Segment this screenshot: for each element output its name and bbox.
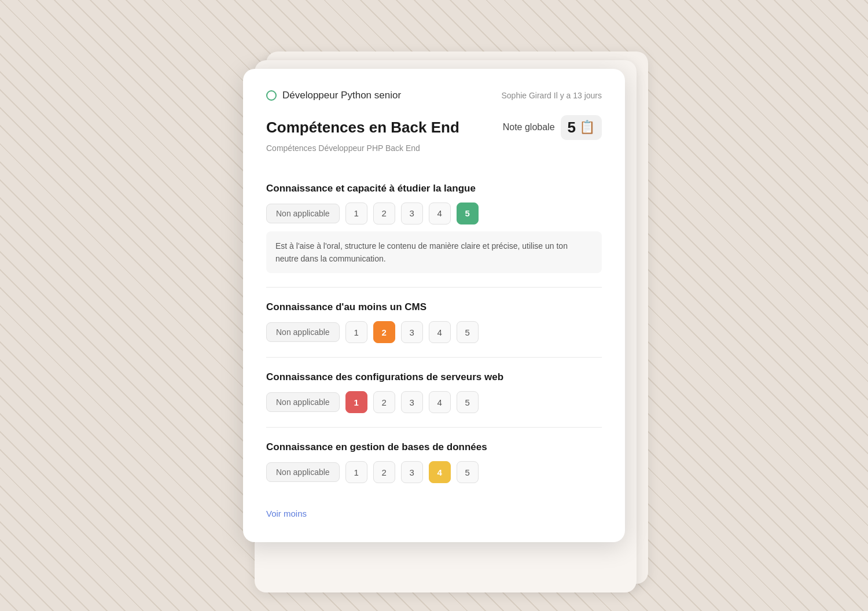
job-title-row: Développeur Python senior: [266, 90, 401, 101]
note-value-box: 5 📋: [561, 115, 602, 140]
rating-btn-2-3[interactable]: 3: [401, 321, 423, 343]
note-globale-label: Note globale: [503, 122, 555, 132]
rating-btn-1-1[interactable]: 1: [345, 203, 367, 224]
competency-name-2: Connaissance d'au moins un CMS: [266, 301, 602, 313]
na-button-2[interactable]: Non applicable: [266, 322, 340, 342]
rating-btn-2-2[interactable]: 2: [373, 321, 395, 343]
rating-btn-4-2[interactable]: 2: [373, 461, 395, 483]
competency-name-1: Connaissance et capacité à étudier la la…: [266, 183, 602, 194]
voir-moins-button[interactable]: Voir moins: [266, 509, 307, 518]
note-number: 5: [568, 119, 576, 137]
competency-block-4: Connaissance en gestion de bases de donn…: [266, 428, 602, 497]
rating-btn-3-2[interactable]: 2: [373, 391, 395, 413]
note-globale: Note globale 5 📋: [503, 115, 602, 140]
rating-btn-4-4[interactable]: 4: [429, 461, 451, 483]
rating-row-3: Non applicable 1 2 3 4 5: [266, 391, 602, 413]
section-subtitle: Compétences Développeur PHP Back End: [266, 143, 602, 153]
rating-row-2: Non applicable 1 2 3 4 5: [266, 321, 602, 343]
main-card: Développeur Python senior Sophie Girard …: [243, 69, 625, 543]
competency-block-3: Connaissance des configurations de serve…: [266, 358, 602, 428]
rating-btn-1-2[interactable]: 2: [373, 203, 395, 224]
rating-row-1: Non applicable 1 2 3 4 5: [266, 203, 602, 224]
section-main-title: Compétences en Back End: [266, 119, 459, 137]
rating-row-4: Non applicable 1 2 3 4 5: [266, 461, 602, 483]
competency-name-4: Connaissance en gestion de bases de donn…: [266, 441, 602, 453]
card-header: Développeur Python senior Sophie Girard …: [266, 90, 602, 101]
rating-btn-4-1[interactable]: 1: [345, 461, 367, 483]
rating-btn-2-4[interactable]: 4: [429, 321, 451, 343]
rating-btn-4-3[interactable]: 3: [401, 461, 423, 483]
meta-info: Sophie Girard Il y a 13 jours: [501, 91, 602, 100]
rating-btn-3-4[interactable]: 4: [429, 391, 451, 413]
comment-box-1: Est à l'aise à l'oral, structure le cont…: [266, 231, 602, 274]
rating-btn-2-1[interactable]: 1: [345, 321, 367, 343]
rating-btn-3-3[interactable]: 3: [401, 391, 423, 413]
rating-btn-1-5[interactable]: 5: [457, 203, 479, 224]
job-title: Développeur Python senior: [282, 90, 401, 101]
rating-btn-4-5[interactable]: 5: [457, 461, 479, 483]
na-button-1[interactable]: Non applicable: [266, 204, 340, 223]
na-button-3[interactable]: Non applicable: [266, 392, 340, 412]
card-stack: Développeur Python senior Sophie Girard …: [243, 69, 625, 543]
competency-block-1: Connaissance et capacité à étudier la la…: [266, 169, 602, 288]
competency-name-3: Connaissance des configurations de serve…: [266, 371, 602, 383]
competency-block-2: Connaissance d'au moins un CMS Non appli…: [266, 288, 602, 358]
rating-btn-1-3[interactable]: 3: [401, 203, 423, 224]
rating-btn-2-5[interactable]: 5: [457, 321, 479, 343]
clipboard-icon: 📋: [579, 120, 595, 135]
na-button-4[interactable]: Non applicable: [266, 462, 340, 482]
rating-btn-3-5[interactable]: 5: [457, 391, 479, 413]
rating-btn-3-1[interactable]: 1: [345, 391, 367, 413]
status-dot-icon: [266, 90, 277, 101]
section-title-row: Compétences en Back End Note globale 5 📋: [266, 115, 602, 140]
rating-btn-1-4[interactable]: 4: [429, 203, 451, 224]
